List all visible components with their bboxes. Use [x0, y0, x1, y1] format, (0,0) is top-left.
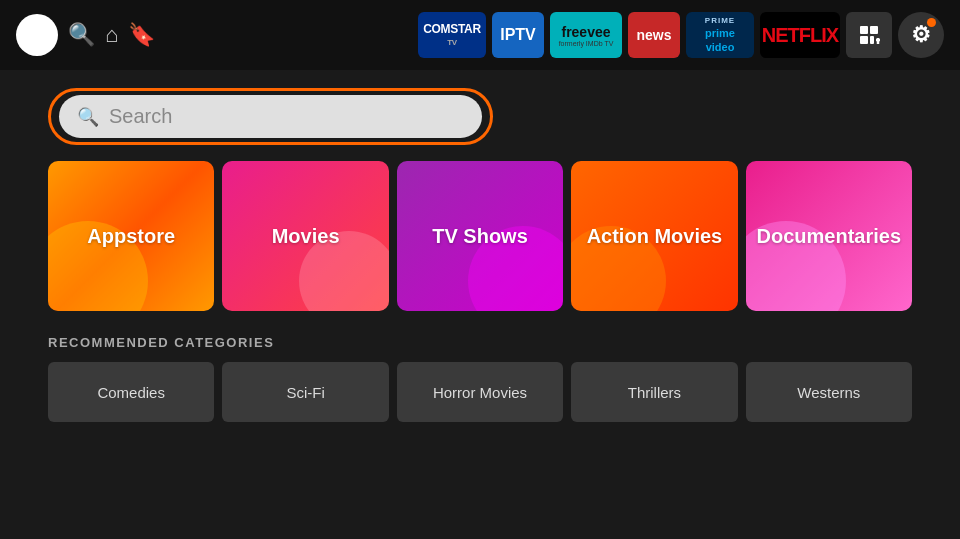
freevee-label: freevee	[559, 24, 614, 40]
search-bar[interactable]: 🔍 Search	[59, 95, 482, 138]
search-section: 🔍 Search	[0, 70, 960, 161]
horror-label: Horror Movies	[433, 384, 527, 401]
appstore-label: Appstore	[87, 225, 175, 248]
category-tile-tvshows[interactable]: TV Shows	[397, 161, 563, 311]
tvshows-label: TV Shows	[432, 225, 528, 248]
recommended-title: RECOMMENDED CATEGORIES	[48, 335, 912, 350]
svg-rect-3	[870, 36, 874, 44]
category-tile-movies[interactable]: Movies	[222, 161, 388, 311]
top-navigation: 🔍 ⌂ 🔖 COMSTAR TV IPTV freevee formerly I…	[0, 0, 960, 70]
grid-icon	[858, 24, 880, 46]
app-tile-grid[interactable]	[846, 12, 892, 58]
search-icon: 🔍	[77, 106, 99, 128]
prime-video-label: prime video	[690, 26, 750, 55]
svg-rect-2	[860, 36, 868, 44]
scifi-label: Sci-Fi	[286, 384, 324, 401]
westerns-label: Westerns	[797, 384, 860, 401]
svg-rect-0	[860, 26, 868, 34]
rec-tile-scifi[interactable]: Sci-Fi	[222, 362, 388, 422]
app-tile-iptv[interactable]: IPTV	[492, 12, 544, 58]
netflix-label: NETFLIX	[762, 24, 838, 47]
app-tile-netflix[interactable]: NETFLIX	[760, 12, 840, 58]
thrillers-label: Thrillers	[628, 384, 681, 401]
comedies-label: Comedies	[97, 384, 165, 401]
category-tile-action[interactable]: Action Movies	[571, 161, 737, 311]
rec-tile-thrillers[interactable]: Thrillers	[571, 362, 737, 422]
search-placeholder-text: Search	[109, 105, 172, 128]
documentaries-label: Documentaries	[757, 225, 902, 248]
category-tiles-grid: Appstore Movies TV Shows Action Movies D…	[0, 161, 960, 311]
category-tile-appstore[interactable]: Appstore	[48, 161, 214, 311]
recommended-grid: Comedies Sci-Fi Horror Movies Thrillers …	[48, 362, 912, 422]
app-tile-settings[interactable]: ⚙	[898, 12, 944, 58]
freevee-sublabel: formerly IMDb TV	[559, 40, 614, 47]
search-nav-icon[interactable]: 🔍	[68, 22, 95, 48]
category-tile-documentaries[interactable]: Documentaries	[746, 161, 912, 311]
app-tile-comcast[interactable]: COMSTAR TV	[418, 12, 486, 58]
bookmark-icon[interactable]: 🔖	[128, 22, 155, 48]
settings-notification-dot	[927, 18, 936, 27]
prime-sublabel: prime	[690, 16, 750, 26]
app-tiles-row: COMSTAR TV IPTV freevee formerly IMDb TV…	[418, 12, 944, 58]
avatar[interactable]	[16, 14, 58, 56]
search-wrapper[interactable]: 🔍 Search	[48, 88, 493, 145]
svg-rect-1	[870, 26, 878, 34]
app-tile-primevideo[interactable]: prime prime video	[686, 12, 754, 58]
recommended-section: RECOMMENDED CATEGORIES Comedies Sci-Fi H…	[0, 335, 960, 422]
app-tile-news[interactable]: news	[628, 12, 680, 58]
news-label: news	[636, 27, 671, 43]
app-tile-freevee[interactable]: freevee formerly IMDb TV	[550, 12, 622, 58]
iptv-label: IPTV	[500, 26, 536, 44]
nav-left-icons: 🔍 ⌂ 🔖	[16, 14, 155, 56]
rec-tile-westerns[interactable]: Westerns	[746, 362, 912, 422]
action-label: Action Movies	[587, 225, 723, 248]
movies-label: Movies	[272, 225, 340, 248]
rec-tile-horror[interactable]: Horror Movies	[397, 362, 563, 422]
rec-tile-comedies[interactable]: Comedies	[48, 362, 214, 422]
home-icon[interactable]: ⌂	[105, 22, 118, 48]
